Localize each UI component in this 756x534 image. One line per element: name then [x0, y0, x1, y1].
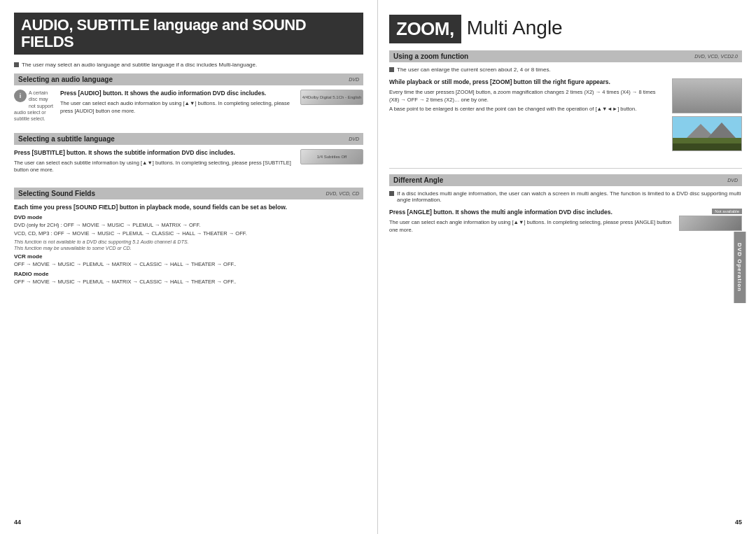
- subtitle-section-title: Selecting a subtitle language: [18, 135, 115, 143]
- zoom-instruction-text2: A base point to be enlarged is center an…: [389, 106, 666, 113]
- angle-image: [679, 216, 742, 231]
- angle-instruction-text: The user can select each angle informati…: [389, 219, 673, 234]
- audio-with-image: Press [AUDIO] button. It shows the audio…: [60, 90, 363, 117]
- angle-section: Different Angle DVD If a disc includes m…: [389, 174, 742, 241]
- left-sections: Selecting an audio language DVD i A cert…: [14, 73, 363, 524]
- audio-section-content: i A certain disc may not support audio s…: [14, 90, 363, 121]
- radio-mode-text: OFF → MOVIE → MUSIC → PLEMUL → MATRIX → …: [14, 279, 363, 286]
- zoom-image-top: [672, 78, 742, 113]
- sound-bold-instruction: Each time you press [SOUND FIELD] button…: [14, 204, 363, 211]
- subtitle-section-badge: DVD: [349, 136, 359, 141]
- right-page-number: 45: [735, 519, 742, 526]
- audio-instruction-text: The user can select each audio informati…: [60, 100, 296, 115]
- vcr-mode-text: OFF → MOVIE → MUSIC → PLEMUL → MATRIX → …: [14, 261, 363, 269]
- zoom-section-badge: DVD, VCD, VCD2.0: [694, 54, 738, 59]
- audio-section-header: Selecting an audio language DVD: [14, 73, 363, 85]
- page: AUDIO, SUBTITLE language and SOUND FIELD…: [0, 0, 756, 534]
- audio-disc-image: 4/4Dolby Digital 5.1Ch - English: [300, 90, 363, 105]
- subtitle-section: Selecting a subtitle language DVD Press …: [14, 133, 363, 182]
- left-page: AUDIO, SUBTITLE language and SOUND FIELD…: [0, 0, 378, 534]
- dvd-mode-text2: VCD, CD, MP3 : OFF → MOVIE → MUSIC → PLE…: [14, 230, 363, 238]
- sound-section-title: Selecting Sound Fields: [18, 190, 95, 197]
- zoom-main: While playback or still mode, press [ZOO…: [389, 78, 666, 151]
- angle-section-header: Different Angle DVD: [389, 174, 742, 186]
- right-title-suffix: Multi Angle: [461, 13, 568, 43]
- audio-section-badge: DVD: [349, 77, 359, 82]
- vertical-label: DVD Operation: [734, 232, 746, 303]
- svg-rect-4: [673, 143, 742, 151]
- zoom-section-header: Using a zoom function DVD, VCD, VCD2.0: [389, 50, 742, 62]
- zoom-section-title: Using a zoom function: [393, 52, 468, 60]
- zoom-section: Using a zoom function DVD, VCD, VCD2.0 T…: [389, 50, 742, 157]
- vcr-mode-label: VCR mode: [14, 253, 363, 260]
- sound-section-badge: DVD, VCD, CD: [326, 191, 359, 196]
- right-title-block: ZOOM,: [389, 15, 461, 43]
- left-page-number: 44: [14, 519, 21, 526]
- dvd-note1: This function is not available to a DVD …: [14, 239, 363, 244]
- angle-main: Press [ANGLE] button. It shows the multi…: [389, 209, 673, 236]
- bullet-icon: [14, 62, 19, 67]
- audio-instructions: Press [AUDIO] button. It shows the audio…: [60, 90, 296, 117]
- audio-section-title: Selecting an audio language: [18, 76, 113, 83]
- angle-section-badge: DVD: [727, 178, 738, 183]
- right-title: ZOOM, Multi Angle: [389, 13, 742, 43]
- angle-image-container: Not available: [679, 209, 742, 236]
- audio-section: Selecting an audio language DVD i A cert…: [14, 73, 363, 127]
- zoom-image-bottom: [672, 116, 742, 151]
- dvd-mode-text1: DVD (only for 2CH) : OFF → MOVIE → MUSIC…: [14, 222, 363, 230]
- zoom-intro: The user can enlarge the current screen …: [389, 66, 742, 73]
- left-title: AUDIO, SUBTITLE language and SOUND FIELD…: [14, 13, 363, 55]
- subtitle-section-content: Press [SUBTITLE] button. It shows the su…: [14, 149, 363, 176]
- sound-main: Each time you press [SOUND FIELD] button…: [14, 204, 363, 288]
- dvd-mode-label: DVD mode: [14, 214, 363, 220]
- angle-section-title: Different Angle: [393, 176, 443, 184]
- subtitle-disc-image: 1/4 Subtitles Off: [300, 149, 363, 164]
- audio-disc-label: 4/4Dolby Digital 5.1Ch - English: [302, 95, 362, 99]
- left-title-block: AUDIO, SUBTITLE language and SOUND FIELD…: [14, 13, 363, 55]
- sound-content: Each time you press [SOUND FIELD] button…: [14, 204, 363, 288]
- left-intro: The user may select an audio language an…: [14, 62, 363, 68]
- angle-content: Press [ANGLE] button. It shows the multi…: [389, 209, 742, 236]
- zoom-bullet-icon: [389, 67, 394, 72]
- subtitle-instructions: Press [SUBTITLE] button. It shows the su…: [14, 149, 296, 176]
- section-divider: [389, 168, 742, 169]
- zoom-instruction-text1: Every time the user presses [ZOOM] butto…: [389, 89, 666, 104]
- sound-section-header: Selecting Sound Fields DVD, VCD, CD: [14, 188, 363, 199]
- audio-note: i A certain disc may not support audio s…: [14, 90, 55, 121]
- zoom-bold-instruction: While playback or still mode, press [ZOO…: [389, 78, 666, 86]
- radio-mode-label: RADIO mode: [14, 271, 363, 277]
- subtitle-with-image: Press [SUBTITLE] button. It shows the su…: [14, 149, 363, 176]
- sound-section: Selecting Sound Fields DVD, VCD, CD Each…: [14, 188, 363, 519]
- subtitle-main: Press [SUBTITLE] button. It shows the su…: [14, 149, 363, 176]
- angle-bullet-icon: [389, 191, 394, 196]
- note-icon: i: [14, 90, 27, 102]
- subtitle-disc-label: 1/4 Subtitles Off: [317, 155, 347, 159]
- subtitle-section-header: Selecting a subtitle language DVD: [14, 133, 363, 145]
- audio-main: Press [AUDIO] button. It shows the audio…: [60, 90, 363, 121]
- angle-bold-instruction: Press [ANGLE] button. It shows the multi…: [389, 209, 673, 216]
- dvd-note2: This function may be unavailable to some…: [14, 246, 363, 251]
- right-page: ZOOM, Multi Angle Using a zoom function …: [378, 0, 756, 534]
- angle-intro-text: If a disc includes multi angle informati…: [397, 190, 742, 203]
- subtitle-bold-instruction: Press [SUBTITLE] button. It shows the su…: [14, 149, 296, 157]
- left-intro-text: The user may select an audio language an…: [22, 62, 257, 68]
- zoom-content: While playback or still mode, press [ZOO…: [389, 78, 742, 151]
- zoom-images: [672, 78, 742, 151]
- angle-intro: If a disc includes multi angle informati…: [389, 190, 742, 203]
- not-available-badge: Not available: [712, 209, 742, 214]
- subtitle-instruction-text: The user can select each subtitle inform…: [14, 160, 296, 174]
- audio-bold-instruction: Press [AUDIO] button. It shows the audio…: [60, 90, 296, 97]
- zoom-intro-text: The user can enlarge the current screen …: [397, 66, 551, 73]
